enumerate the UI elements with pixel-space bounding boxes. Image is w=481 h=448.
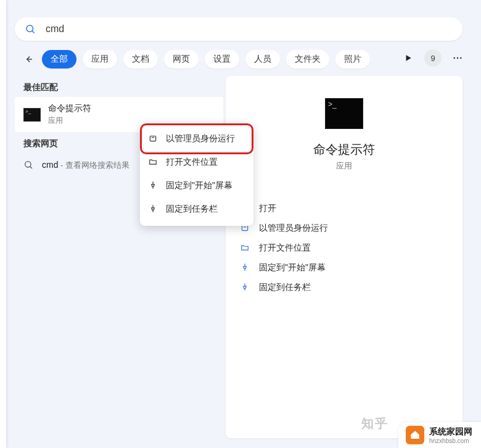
preview-panel: 命令提示符 应用 打开 以管理员身份运行 (226, 76, 462, 438)
svg-marker-3 (406, 55, 411, 60)
filter-chip-apps[interactable]: 应用 (83, 50, 117, 68)
filter-row: 全部 应用 文档 网页 设置 人员 文件夹 照片 9 (21, 49, 466, 69)
search-input[interactable] (44, 23, 453, 35)
filter-chips: 全部 应用 文档 网页 设置 人员 文件夹 照片 (42, 50, 370, 68)
action-pin-start[interactable]: 固定到"开始"屏幕 (240, 258, 448, 278)
preview-actions: 打开 以管理员身份运行 打开文件位置 (226, 199, 462, 297)
action-run-admin[interactable]: 以管理员身份运行 (240, 218, 448, 238)
preview-title: 命令提示符 (313, 141, 375, 158)
svg-point-0 (27, 25, 33, 32)
preview-subtitle: 应用 (336, 160, 352, 172)
web-result-suffix: - 查看网络搜索结果 (58, 160, 130, 170)
more-button[interactable] (449, 49, 466, 67)
result-subtitle: 应用 (48, 115, 91, 126)
ctx-pin-start[interactable]: 固定到"开始"屏幕 (140, 174, 253, 197)
pin-icon (240, 263, 250, 273)
ctx-open-location[interactable]: 打开文件位置 (140, 151, 253, 174)
pin-icon (149, 181, 158, 191)
svg-rect-10 (150, 136, 155, 141)
web-result-term: cmd (42, 160, 58, 170)
shield-icon (149, 134, 158, 144)
back-button[interactable] (21, 52, 36, 67)
count-badge[interactable]: 9 (424, 49, 442, 67)
search-bar (15, 17, 462, 41)
folder-icon (149, 157, 158, 167)
filter-chip-all[interactable]: 全部 (42, 50, 76, 68)
filter-chip-docs[interactable]: 文档 (123, 50, 158, 68)
filter-chip-photos[interactable]: 照片 (335, 50, 370, 68)
result-title: 命令提示符 (48, 103, 91, 114)
action-open-location[interactable]: 打开文件位置 (240, 238, 448, 258)
svg-line-8 (30, 166, 32, 168)
window-left-border (0, 0, 6, 448)
folder-icon (240, 243, 250, 253)
context-menu: 以管理员身份运行 打开文件位置 固定到"开始"屏幕 固定到任务栏 (140, 123, 253, 226)
filter-chip-web[interactable]: 网页 (164, 50, 199, 68)
search-icon (25, 23, 36, 35)
action-open[interactable]: 打开 (240, 199, 448, 218)
section-best-match: 最佳匹配 (15, 76, 223, 97)
pin-icon (149, 204, 158, 214)
ctx-run-admin[interactable]: 以管理员身份运行 (140, 127, 253, 151)
play-button[interactable] (400, 49, 417, 67)
filter-chip-settings[interactable]: 设置 (205, 50, 239, 68)
svg-point-4 (454, 57, 455, 59)
svg-point-7 (25, 161, 31, 167)
ctx-pin-taskbar[interactable]: 固定到任务栏 (140, 197, 253, 221)
filter-chip-folders[interactable]: 文件夹 (286, 50, 329, 68)
cmd-thumbnail-icon (23, 108, 41, 122)
action-pin-taskbar[interactable]: 固定到任务栏 (240, 278, 448, 297)
filter-chip-people[interactable]: 人员 (245, 50, 280, 68)
svg-line-1 (32, 31, 35, 33)
svg-point-5 (457, 57, 458, 59)
pin-icon (240, 283, 250, 292)
search-icon (23, 160, 35, 171)
cmd-large-icon (325, 98, 363, 129)
svg-rect-9 (242, 226, 247, 231)
svg-point-6 (460, 57, 461, 59)
